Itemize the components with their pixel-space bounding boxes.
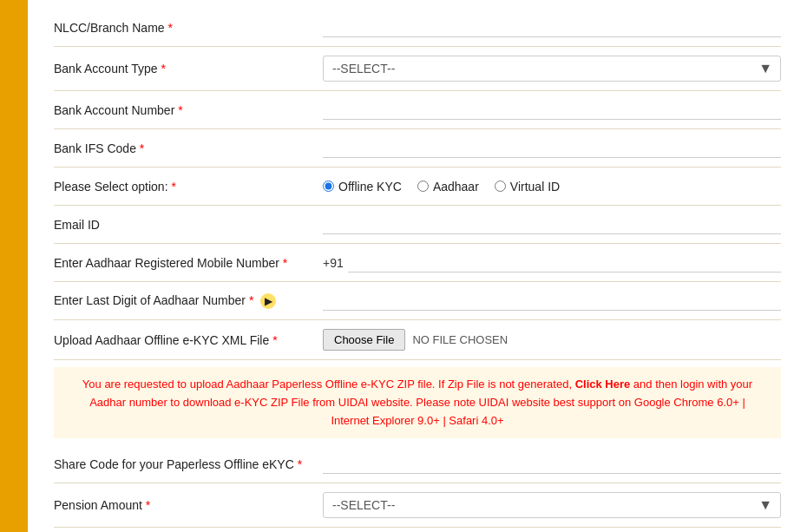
- radio-aadhaar-input[interactable]: [417, 181, 429, 192]
- notice-box: You are requested to upload Aadhaar Pape…: [54, 367, 781, 438]
- radio-offline-kyc-input[interactable]: [323, 181, 334, 192]
- nlcc-branch-row: NLCC/Branch Name *: [54, 9, 781, 47]
- form-container: NLCC/Branch Name * Bank Account Type * -…: [28, 0, 807, 532]
- share-code-label: Share Code for your Paperless Offline eK…: [54, 457, 323, 471]
- file-name-display: NO FILE CHOSEN: [412, 333, 508, 346]
- nlcc-branch-input[interactable]: [323, 17, 781, 37]
- email-id-row: Email ID: [54, 206, 781, 244]
- bank-account-type-label: Bank Account Type *: [54, 62, 323, 76]
- upload-kyc-xml-label: Upload Aadhaar Offline e-KYC XML File *: [54, 333, 323, 347]
- email-id-input[interactable]: [323, 214, 781, 234]
- aadhaar-mobile-label: Enter Aadhaar Registered Mobile Number *: [54, 256, 323, 270]
- periodicity-row: Periodicity of Contribution * --SELECT--…: [54, 528, 781, 532]
- last-digit-aadhaar-label: Enter Last Digit of Aadhaar Number * ▶: [54, 293, 323, 309]
- bank-account-number-input[interactable]: [323, 100, 781, 120]
- bank-ifs-code-input-wrapper: [323, 138, 781, 158]
- upload-kyc-xml-input-wrapper: Choose File NO FILE CHOSEN: [323, 329, 781, 351]
- aadhaar-mobile-input-wrapper: +91: [323, 253, 781, 273]
- left-bar: [0, 0, 28, 532]
- nlcc-branch-label: NLCC/Branch Name *: [54, 21, 323, 35]
- bank-ifs-code-label: Bank IFS Code *: [54, 141, 323, 155]
- cursor-indicator: ▶: [260, 293, 276, 309]
- aadhaar-mobile-input[interactable]: [348, 253, 781, 273]
- share-code-input[interactable]: [323, 454, 781, 474]
- pension-amount-row: Pension Amount * --SELECT-- ▼: [54, 483, 781, 528]
- choose-file-button[interactable]: Choose File: [323, 329, 405, 351]
- bank-account-number-row: Bank Account Number *: [54, 91, 781, 129]
- bank-account-number-input-wrapper: [323, 100, 781, 120]
- last-digit-aadhaar-row: Enter Last Digit of Aadhaar Number * ▶: [54, 282, 781, 320]
- phone-input-group: +91: [323, 253, 781, 273]
- share-code-input-wrapper: [323, 454, 781, 474]
- pension-amount-select[interactable]: --SELECT--: [323, 492, 781, 518]
- bank-account-type-wrapper: --SELECT-- Savings Current Others ▼: [323, 56, 781, 82]
- share-code-row: Share Code for your Paperless Offline eK…: [54, 445, 781, 483]
- please-select-option-input-wrapper: Offline KYC Aadhaar Virtual ID: [323, 180, 781, 194]
- pension-amount-select-wrapper: --SELECT-- ▼: [323, 492, 781, 518]
- pension-amount-wrapper: --SELECT-- ▼: [323, 492, 781, 518]
- email-id-input-wrapper: [323, 214, 781, 234]
- please-select-option-row: Please Select option: * Offline KYC Aadh…: [54, 167, 781, 206]
- last-digit-aadhaar-input[interactable]: [323, 291, 781, 311]
- click-here-link[interactable]: Click Here: [575, 378, 631, 391]
- radio-aadhaar[interactable]: Aadhaar: [417, 180, 479, 194]
- nlcc-branch-input-wrapper: [323, 17, 781, 37]
- phone-prefix: +91: [323, 256, 344, 270]
- radio-virtual-id[interactable]: Virtual ID: [495, 180, 560, 194]
- bank-account-type-select[interactable]: --SELECT-- Savings Current Others: [323, 56, 781, 82]
- file-input-group: Choose File NO FILE CHOSEN: [323, 329, 781, 351]
- please-select-option-label: Please Select option: *: [54, 180, 323, 194]
- bank-account-type-select-wrapper: --SELECT-- Savings Current Others ▼: [323, 56, 781, 82]
- kyc-radio-group: Offline KYC Aadhaar Virtual ID: [323, 180, 781, 194]
- bank-ifs-code-row: Bank IFS Code *: [54, 129, 781, 167]
- aadhaar-mobile-row: Enter Aadhaar Registered Mobile Number *…: [54, 244, 781, 282]
- notice-text-before-link: You are requested to upload Aadhaar Pape…: [82, 378, 575, 391]
- bank-account-number-label: Bank Account Number *: [54, 103, 323, 117]
- radio-offline-kyc[interactable]: Offline KYC: [323, 180, 402, 194]
- bank-account-type-row: Bank Account Type * --SELECT-- Savings C…: [54, 47, 781, 91]
- bank-ifs-code-input[interactable]: [323, 138, 781, 158]
- radio-virtual-id-input[interactable]: [495, 181, 506, 192]
- email-id-label: Email ID: [54, 218, 323, 232]
- pension-amount-label: Pension Amount *: [54, 498, 323, 512]
- last-digit-aadhaar-input-wrapper: [323, 291, 781, 311]
- upload-kyc-xml-row: Upload Aadhaar Offline e-KYC XML File * …: [54, 320, 781, 360]
